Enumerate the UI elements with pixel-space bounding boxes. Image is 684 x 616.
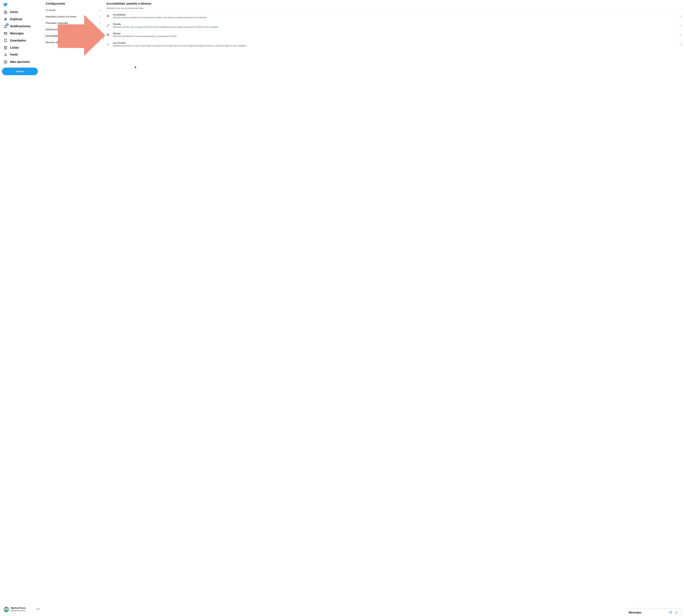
chevron-right-icon <box>99 41 101 44</box>
nav-label: Más opciones <box>10 60 30 64</box>
new-message-icon[interactable] <box>669 611 672 614</box>
detail-item-sub: Administra qué idiomas se usan para pers… <box>113 35 677 38</box>
detail-column: Accesibilidad, pantalla e idiomas Admini… <box>104 0 684 616</box>
chevron-right-icon <box>679 34 682 36</box>
messages-dock[interactable]: Mensajes <box>626 609 681 616</box>
user-name: Martica Flores <box>11 607 37 609</box>
avatar <box>3 606 9 612</box>
settings-row-label: Accesibilidad, pantalla e idiomas <box>46 35 77 37</box>
detail-description: Administra cómo ves el contenido de Twit… <box>104 7 684 12</box>
person-icon <box>4 53 7 57</box>
nav-label: Guardados <box>10 39 26 42</box>
chevron-right-icon <box>679 43 682 46</box>
chevron-right-icon <box>679 24 682 27</box>
mail-icon <box>4 31 7 35</box>
nav-label: Explorar <box>10 17 22 21</box>
bar-chart-icon <box>106 43 110 46</box>
detail-item-sub: Establece límites para el modo en que Tw… <box>113 44 677 47</box>
detail-item-display[interactable]: Pantalla Administra el fondo, color y ta… <box>104 21 684 30</box>
detail-item-sub: Administra el fondo, color y tamaño de l… <box>113 26 677 28</box>
messages-dock-title: Mensajes <box>629 611 667 614</box>
nav-explore[interactable]: Explorar <box>2 16 41 23</box>
settings-row-label: Privacidad y seguridad <box>46 22 68 24</box>
nav-label: Inicio <box>10 10 18 14</box>
detail-item-title: Accesibilidad <box>113 14 677 16</box>
nav-notifications[interactable]: 16 Notificaciones <box>2 23 41 30</box>
settings-row-label: Notificaciones <box>46 28 60 31</box>
detail-item-data-usage[interactable]: Uso de datos Establece límites para el m… <box>104 40 684 49</box>
nav-label: Listas <box>10 46 19 49</box>
eye-off-icon <box>106 14 110 18</box>
settings-row-resources[interactable]: Recursos adicionales <box>43 39 104 46</box>
settings-row-label: Seguridad y acceso a la cuenta <box>46 16 76 18</box>
settings-column: Configuración Tu cuenta Seguridad y acce… <box>43 0 104 616</box>
detail-item-title: Idiomas <box>113 32 677 35</box>
svg-point-5 <box>5 62 5 62</box>
settings-row-label: Recursos adicionales <box>46 41 67 44</box>
settings-row-privacy[interactable]: Privacidad y seguridad <box>43 20 104 26</box>
globe-icon <box>106 33 110 37</box>
nav-label: Notificaciones <box>10 24 31 28</box>
list-icon <box>4 46 7 49</box>
more-circle-icon <box>4 60 7 64</box>
settings-title: Configuración <box>43 0 104 7</box>
brush-icon <box>106 24 110 27</box>
chevron-right-icon <box>99 28 101 31</box>
hash-icon <box>4 17 7 21</box>
twitter-bird-icon <box>3 2 7 7</box>
tweet-button[interactable]: Twittear <box>2 68 38 75</box>
notification-badge: 16 <box>6 23 9 26</box>
bell-icon: 16 <box>4 24 7 28</box>
svg-point-7 <box>6 62 6 62</box>
detail-item-title: Uso de datos <box>113 42 677 44</box>
detail-item-accessibility[interactable]: Accesibilidad Administra diversos aspect… <box>104 12 684 21</box>
nav-bookmarks[interactable]: Guardados <box>2 37 41 44</box>
more-icon[interactable]: ••• <box>37 608 40 611</box>
svg-point-6 <box>5 62 6 62</box>
chevron-right-icon <box>98 35 101 37</box>
sidebar-nav: Inicio Explorar 16 Notificaciones Mensaj… <box>0 0 43 616</box>
nav-home[interactable]: Inicio <box>2 8 41 16</box>
bookmark-icon <box>4 39 7 42</box>
svg-point-3 <box>5 53 6 55</box>
settings-row-account[interactable]: Tu cuenta <box>43 7 104 14</box>
nav-label: Perfil <box>10 53 18 57</box>
nav-lists[interactable]: Listas <box>2 44 41 51</box>
nav-more[interactable]: Más opciones <box>2 58 41 65</box>
settings-row-accessibility[interactable]: Accesibilidad, pantalla e idiomas <box>43 33 104 39</box>
chevron-right-icon <box>99 9 101 12</box>
nav-profile[interactable]: Perfil <box>2 51 41 58</box>
detail-title: Accesibilidad, pantalla e idiomas <box>104 0 684 7</box>
settings-row-notifications[interactable]: Notificaciones <box>43 26 104 33</box>
home-icon <box>4 10 7 14</box>
detail-item-sub: Administra diversos aspectos de tu exper… <box>113 16 677 19</box>
svg-point-0 <box>5 12 6 12</box>
settings-row-security[interactable]: Seguridad y acceso a la cuenta <box>43 14 104 20</box>
settings-row-label: Tu cuenta <box>46 9 55 12</box>
twitter-logo[interactable] <box>2 1 9 8</box>
user-handle: @MarticaFlores <box>11 609 37 612</box>
user-account-chip[interactable]: Martica Flores @MarticaFlores ••• <box>2 605 41 614</box>
nav-label: Mensajes <box>10 31 24 35</box>
detail-item-title: Pantalla <box>113 23 677 25</box>
nav-messages[interactable]: Mensajes <box>2 30 41 37</box>
detail-item-languages[interactable]: Idiomas Administra qué idiomas se usan p… <box>104 30 684 40</box>
chevron-right-icon <box>99 22 101 24</box>
chevron-up-double-icon[interactable] <box>675 611 678 614</box>
chevron-right-icon <box>99 16 101 18</box>
chevron-right-icon <box>679 15 682 18</box>
